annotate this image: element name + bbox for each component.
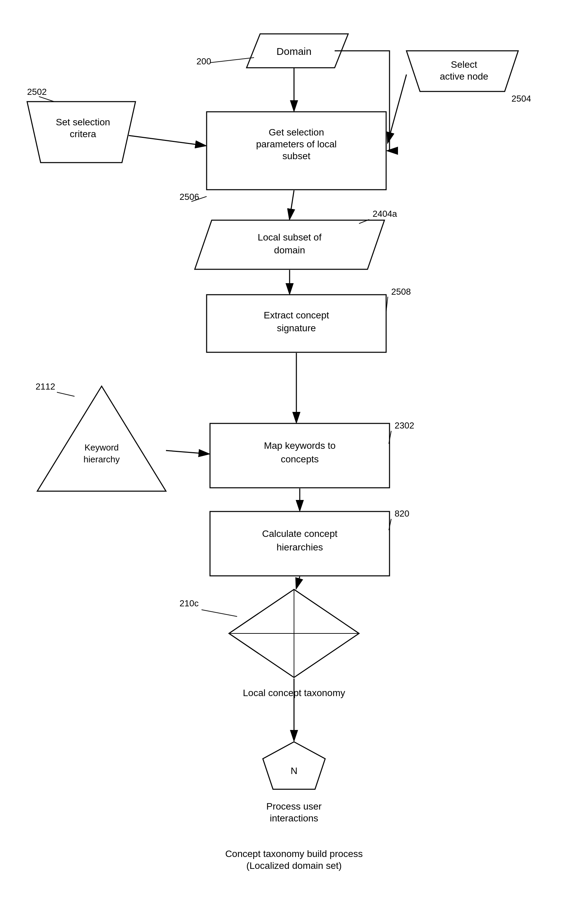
svg-line-9 bbox=[290, 190, 294, 219]
map-keywords-label: Map keywords to bbox=[264, 440, 336, 451]
keyword-hierarchy-shape bbox=[37, 386, 166, 491]
diagram-container: Domain 200 Select active node 2504 Set s… bbox=[0, 0, 588, 899]
ref-210c: 210c bbox=[179, 598, 199, 609]
select-active-node-label: Select bbox=[451, 59, 477, 70]
caption-line2: (Localized domain set) bbox=[246, 860, 342, 871]
extract-concept-label: Extract concept bbox=[264, 310, 329, 320]
caption-line1: Concept taxonomy build process bbox=[225, 848, 363, 859]
process-user-label-n: N bbox=[291, 766, 297, 776]
ref-2508: 2508 bbox=[391, 287, 411, 297]
ref-2504: 2504 bbox=[511, 94, 531, 103]
process-user-label2: interactions bbox=[270, 813, 318, 823]
keyword-hierarchy-label2: hierarchy bbox=[84, 454, 120, 464]
svg-line-6 bbox=[388, 74, 406, 142]
select-active-node-label2: active node bbox=[440, 71, 488, 82]
flowchart-svg: Domain 200 Select active node 2504 Set s… bbox=[0, 0, 588, 899]
get-selection-params-label2: parameters of local bbox=[256, 139, 337, 149]
svg-line-2 bbox=[210, 57, 254, 63]
local-subset-label2: domain bbox=[274, 245, 305, 255]
svg-line-12 bbox=[57, 392, 74, 396]
ref-2506: 2506 bbox=[179, 192, 199, 202]
ref-2112: 2112 bbox=[35, 382, 55, 392]
extract-concept-label2: signature bbox=[277, 323, 316, 333]
svg-line-20 bbox=[202, 610, 237, 616]
ref-2404a: 2404a bbox=[373, 209, 397, 219]
calculate-concept-label2: hierarchies bbox=[277, 542, 323, 553]
domain-label: Domain bbox=[276, 46, 311, 57]
svg-line-15 bbox=[166, 451, 208, 454]
set-selection-criteria-label2: critera bbox=[70, 129, 96, 139]
process-user-label: Process user bbox=[266, 801, 321, 812]
get-selection-params-label3: subset bbox=[282, 151, 310, 161]
keyword-hierarchy-label: Keyword bbox=[84, 442, 119, 453]
map-keywords-label2: concepts bbox=[281, 454, 319, 464]
set-selection-criteria-label: Set selection bbox=[56, 117, 110, 127]
ref-2502: 2502 bbox=[27, 87, 47, 97]
calculate-concept-label: Calculate concept bbox=[262, 528, 338, 539]
get-selection-params-label: Get selection bbox=[269, 127, 324, 137]
ref-820: 820 bbox=[395, 508, 409, 519]
svg-line-7 bbox=[129, 136, 205, 146]
svg-line-3 bbox=[39, 97, 54, 102]
ref-200: 200 bbox=[196, 56, 211, 66]
svg-line-21 bbox=[296, 576, 300, 588]
local-subset-label: Local subset of bbox=[258, 232, 322, 243]
ref-2302: 2302 bbox=[395, 420, 414, 431]
